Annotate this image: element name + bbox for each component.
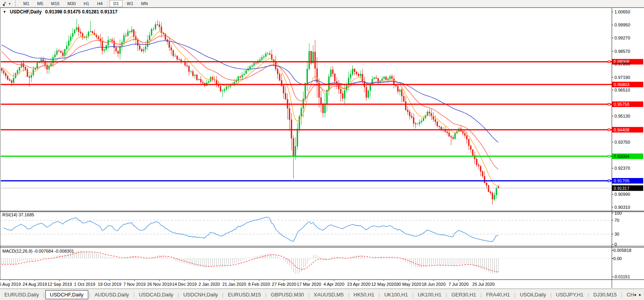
ma-fast-line [2,32,498,186]
timeframe-button-h1[interactable]: H1 [80,0,93,7]
chart-symbol-label: USDCHF,Daily [10,9,42,15]
svg-text:4 Apr 2020: 4 Apr 2020 [324,282,344,287]
macd-axis[interactable]: 0.0058180.00-0.01151 [612,248,631,279]
rsi-indicator-label: RSI(14) 37.1685 [2,212,34,217]
svg-text:0.98570: 0.98570 [614,49,630,54]
svg-text:18 Jun 2020: 18 Jun 2020 [422,282,446,287]
cursor-tool-button[interactable]: ▼ [1,1,13,7]
ma-slow-line [2,41,498,142]
chart-tab-usdcad-daily[interactable]: USDCAD,Daily [134,290,177,299]
svg-text:0.95130: 0.95130 [614,114,630,118]
chart-tab-eurusd-m15[interactable]: EURUSD,M15 [223,290,265,299]
svg-text:21 Jan 2020: 21 Jan 2020 [222,282,246,287]
chart-tabbar: EURUSD,Daily|USDCHF,Daily|AUDUSD,Daily|U… [0,289,644,300]
chart-tab-audusd-daily[interactable]: AUDUSD,Daily [90,290,133,299]
tab-scroll-right-button[interactable]: ▸ [639,292,641,297]
svg-text:0.99950: 0.99950 [614,22,630,27]
timeframe-button-d1[interactable]: D1 [110,0,122,7]
tab-list: EURUSD,Daily|USDCHF,Daily|AUDUSD,Daily|U… [0,290,634,299]
toolbar-separator [108,1,108,7]
timeframe-button-m30[interactable]: M30 [64,0,79,7]
rsi-axis[interactable]: 10070300 [612,211,622,247]
rsi-line [4,217,498,242]
date-axis[interactable]: 6 Aug 201924 Aug 201912 Sep 20191 Oct 20… [0,280,495,287]
svg-text:0.91317: 0.91317 [614,186,629,191]
chart-tab-usdcnh-daily[interactable]: USDCNH,Daily [179,290,222,299]
current-price-line: 0.91317 [1,186,643,191]
svg-text:0: 0 [614,242,617,247]
chart-tab-china300-h4[interactable]: CHINA300,H4 [622,290,634,299]
symbol-dropdown-icon[interactable]: ▼ [3,10,6,14]
chart-ohlc-values: 0.91398 0.91475 0.91281 0.91317 [45,9,118,15]
chart-tab-usdjpy-h1[interactable]: USDJPY,H1 [552,290,588,299]
svg-text:24 Aug 2019: 24 Aug 2019 [22,282,47,287]
svg-text:0.91705: 0.91705 [614,178,629,183]
hline-0.94408[interactable]: 0.94408 [1,127,643,133]
tab-scroll-buttons: ◂ ▸ [634,292,644,297]
svg-text:0.93004: 0.93004 [614,154,629,159]
chart-frame [0,8,644,288]
svg-text:0.92370: 0.92370 [614,166,630,171]
svg-text:0.99270: 0.99270 [614,36,630,40]
svg-text:-0.01151: -0.01151 [613,274,630,279]
timeframe-button-w1[interactable]: W1 [123,0,137,7]
svg-text:6 Aug 2019: 6 Aug 2019 [0,282,21,287]
svg-text:0.94408: 0.94408 [614,128,629,132]
macd-histogram [2,251,499,274]
timeframe-button-group: M1M5M15M30H1H4D1W1MN [19,0,152,7]
svg-text:70: 70 [614,218,619,223]
svg-text:19 Oct 2019: 19 Oct 2019 [98,282,121,287]
svg-text:0.90990: 0.90990 [614,192,630,197]
chart-tab-eurusd-daily[interactable]: EURUSD,Daily [0,290,43,299]
timeframe-button-m5[interactable]: M5 [34,0,47,7]
timeframe-button-mn[interactable]: MN [138,0,151,7]
crosshair-tool-icon [2,1,7,6]
svg-text:0.96803: 0.96803 [614,82,629,87]
chart-tab-ger30-h1[interactable]: GER30,H1 [447,290,480,299]
svg-text:25 Jul 2020: 25 Jul 2020 [472,282,495,287]
svg-text:8 Feb 2020: 8 Feb 2020 [248,282,270,287]
svg-text:0.95758: 0.95758 [614,102,629,107]
macd-indicator-label: MACD(12,26,9) -0.007684 -0.008301 [2,249,74,253]
chart-tab-usdchf-daily[interactable]: USDCHF,Daily [45,290,88,299]
svg-text:14 Dec 2019: 14 Dec 2019 [172,282,197,287]
hline-0.93004[interactable]: 0.93004 [1,154,643,159]
hline-0.98008[interactable]: 0.98008 [1,59,643,64]
svg-text:30: 30 [614,232,619,236]
svg-text:0.005818: 0.005818 [613,248,631,253]
top-toolbar: ▼ M1M5M15M30H1H4D1W1MN [0,0,644,8]
chart-tab-fra40-h1[interactable]: FRA40,H1 [482,290,514,299]
timeframe-button-m15[interactable]: M15 [48,0,63,7]
svg-text:0.93750: 0.93750 [614,140,630,144]
ma-mid-line [2,36,498,169]
svg-text:0.90310: 0.90310 [614,205,630,210]
svg-text:1 Oct 2019: 1 Oct 2019 [74,282,95,287]
toolbar-grip[interactable] [15,1,17,6]
hline-0.91705[interactable]: 0.91705 [1,178,643,184]
chart-tab-uk100-h1[interactable]: UK100,H1 [413,290,446,299]
tab-separator: | [43,292,44,298]
chart-tab-hk50-h1[interactable]: HK50,H1 [349,290,379,299]
chart-title: ▼ USDCHF,Daily 0.91398 0.91475 0.91281 0… [3,9,117,15]
svg-text:12 May 2020: 12 May 2020 [371,282,396,287]
candles [1,19,499,204]
chart-tab-xauusd-m5[interactable]: XAUUSD,M5 [309,290,348,299]
hline-0.95758[interactable]: 0.95758 [1,101,643,107]
svg-text:12 Sep 2019: 12 Sep 2019 [47,282,72,287]
chart-tab-uk100-h1[interactable]: UK100,H1 [380,290,412,299]
svg-text:26 Nov 2019: 26 Nov 2019 [147,282,171,287]
timeframe-button-h4[interactable]: H4 [93,0,106,7]
svg-text:7 Jul 2020: 7 Jul 2020 [449,282,469,287]
svg-text:7 Nov 2019: 7 Nov 2019 [123,282,145,287]
svg-text:1.00650: 1.00650 [614,9,630,14]
chart-tab-usoil-daily[interactable]: USOil,Daily [516,290,550,299]
tab-scroll-left-button[interactable]: ◂ [634,292,636,297]
chart-tab-gbpusd-m30[interactable]: GBPUSD,M30 [266,290,308,299]
svg-text:23 Apr 2020: 23 Apr 2020 [347,282,370,287]
svg-text:0.96510: 0.96510 [614,88,630,92]
chart-canvas[interactable]: 0.980080.968030.957580.944080.930040.917… [0,0,644,300]
svg-text:0.97190: 0.97190 [614,75,630,80]
timeframe-button-m1[interactable]: M1 [20,0,33,7]
chart-tab-dj30-m15[interactable]: DJ30,M15 [589,290,621,299]
svg-text:0.00: 0.00 [613,256,622,261]
